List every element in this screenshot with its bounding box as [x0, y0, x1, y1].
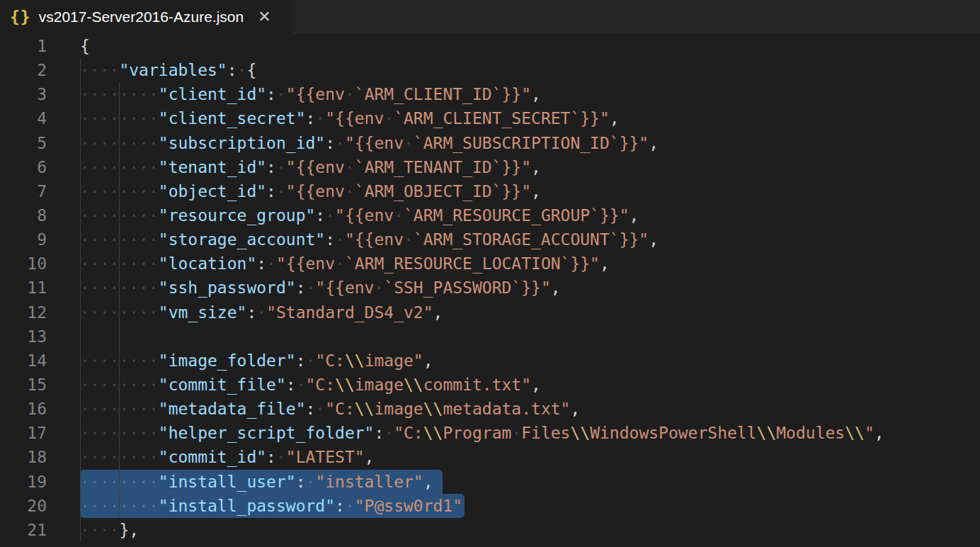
- line-number[interactable]: 14: [0, 349, 47, 373]
- whitespace-dots: ·: [384, 424, 394, 442]
- line-number[interactable]: 12: [0, 300, 47, 325]
- token-pun: :: [296, 473, 306, 491]
- token-str: commit.txt": [423, 376, 531, 394]
- code-line[interactable]: 20········"install_password":·"P@ssw0rd1…: [0, 494, 980, 518]
- code-text: ········"resource_group":·"{{env·`ARM_RE…: [80, 206, 639, 225]
- line-number[interactable]: 13: [0, 325, 47, 349]
- token-pun: :: [227, 61, 237, 79]
- code-line[interactable]: 13: [0, 325, 980, 349]
- whitespace-dots: ········: [80, 400, 159, 418]
- code-line[interactable]: 5········"subscription_id":·"{{env·`ARM_…: [0, 131, 980, 155]
- code-line[interactable]: 1{: [0, 34, 980, 58]
- code-line[interactable]: 17········"helper_script_folder":·"C:\\P…: [0, 421, 980, 445]
- whitespace-dots: ·: [306, 351, 316, 370]
- code-line[interactable]: 16········"metadata_file":·"C:\\image\\m…: [0, 397, 980, 421]
- token-key: "ssh_password": [159, 278, 296, 297]
- code-line[interactable]: 11········"ssh_password":·"{{env·`SSH_PA…: [0, 276, 980, 300]
- line-number[interactable]: 9: [0, 227, 47, 252]
- code-text: ····},: [80, 521, 139, 539]
- whitespace-dots: ·: [276, 182, 286, 201]
- token-pun: ,: [433, 303, 443, 322]
- code-line[interactable]: 14········"image_folder":·"C:\\image",: [0, 349, 980, 373]
- whitespace-dots: ········: [80, 158, 159, 176]
- line-number[interactable]: 16: [0, 397, 47, 421]
- token-pun: :: [325, 230, 335, 249]
- whitespace-dots: ·: [394, 206, 404, 225]
- whitespace-dots: ·: [237, 61, 247, 79]
- line-number[interactable]: 8: [0, 203, 47, 227]
- tab-bar: {} vs2017-Server2016-Azure.json ✕: [0, 0, 980, 34]
- token-str: "{{env: [286, 158, 345, 176]
- token-str: Modules: [776, 424, 845, 442]
- whitespace-dots: ·: [404, 134, 414, 152]
- line-number[interactable]: 5: [0, 131, 47, 155]
- whitespace-dots: ·: [345, 158, 355, 176]
- line-number[interactable]: 20: [0, 494, 47, 518]
- token-key: "client_id": [159, 85, 266, 103]
- token-key: "install_user": [159, 473, 296, 491]
- whitespace-dots: ····: [80, 521, 119, 539]
- token-str: `ARM_RESOURCE_GROUP`}}": [404, 206, 629, 225]
- token-str: image: [374, 400, 423, 418]
- code-line[interactable]: 4········"client_secret":·"{{env·`ARM_CL…: [0, 106, 980, 130]
- token-str: "{{env: [335, 206, 394, 225]
- code-line[interactable]: 8········"resource_group":·"{{env·`ARM_R…: [0, 203, 980, 227]
- token-key: "install_password": [159, 497, 335, 515]
- code-line[interactable]: 10········"location":·"{{env·`ARM_RESOUR…: [0, 252, 980, 276]
- code-line[interactable]: 18········"commit_id":·"LATEST",: [0, 445, 980, 469]
- code-line[interactable]: 21····},: [0, 518, 980, 542]
- token-str: image": [365, 351, 423, 370]
- code-text: ········"client_secret":·"{{env·`ARM_CLI…: [80, 109, 620, 128]
- token-pun: :: [306, 109, 316, 128]
- token-pun: :: [256, 254, 266, 273]
- token-str: "C:: [315, 351, 345, 370]
- whitespace-dots: ········: [80, 254, 159, 273]
- tab-vs2017-server2016-azure-json[interactable]: {} vs2017-Server2016-Azure.json ✕: [0, 0, 292, 34]
- line-number[interactable]: 11: [0, 276, 47, 300]
- token-str: "{{env: [345, 230, 404, 249]
- token-str: "C:: [325, 400, 355, 418]
- token-pun: ,: [649, 230, 659, 249]
- line-number[interactable]: 17: [0, 421, 47, 445]
- code-line[interactable]: 9········"storage_account":·"{{env·`ARM_…: [0, 227, 980, 252]
- code-editor[interactable]: 1{2····"variables":·{3········"client_id…: [0, 34, 980, 542]
- line-number[interactable]: 3: [0, 82, 47, 106]
- line-content: ········"helper_script_folder":·"C:\\Pro…: [80, 421, 980, 445]
- line-number[interactable]: 1: [0, 34, 47, 58]
- code-text: ········"image_folder":·"C:\\image",: [80, 351, 433, 370]
- whitespace-dots: ········: [80, 497, 159, 515]
- whitespace-dots: ·: [335, 254, 345, 273]
- code-line[interactable]: 6········"tenant_id":·"{{env·`ARM_TENANT…: [0, 155, 980, 179]
- line-number[interactable]: 7: [0, 179, 47, 203]
- line-number[interactable]: 18: [0, 445, 47, 469]
- token-pun: ,: [600, 254, 610, 273]
- code-line[interactable]: 19········"install_user":·"installer",: [0, 470, 980, 494]
- code-line[interactable]: 15········"commit_file":·"C:\\image\\com…: [0, 373, 980, 397]
- whitespace-dots: ·: [345, 497, 355, 515]
- code-line[interactable]: 7········"object_id":·"{{env·`ARM_OBJECT…: [0, 179, 980, 203]
- line-content: ········"commit_id":·"LATEST",: [80, 445, 980, 469]
- line-number[interactable]: 10: [0, 252, 47, 276]
- line-number[interactable]: 15: [0, 373, 47, 397]
- line-content: ········"commit_file":·"C:\\image\\commi…: [80, 373, 980, 397]
- json-braces-icon: {}: [10, 8, 31, 26]
- whitespace-dots: ········: [80, 206, 159, 225]
- whitespace-dots: ········: [80, 473, 159, 491]
- token-pun: ,: [649, 134, 659, 152]
- whitespace-dots: ·: [315, 109, 325, 128]
- line-number[interactable]: 19: [0, 470, 47, 494]
- code-line[interactable]: 2····"variables":·{: [0, 58, 980, 82]
- code-line[interactable]: 12········"vm_size":·"Standard_DS4_v2",: [0, 300, 980, 325]
- whitespace-dots: ·: [315, 400, 325, 418]
- line-number[interactable]: 2: [0, 58, 47, 82]
- line-number[interactable]: 4: [0, 106, 47, 130]
- token-str: "{{env: [276, 254, 335, 273]
- code-text: {: [80, 37, 90, 55]
- whitespace-dots: ·: [276, 158, 286, 176]
- code-line[interactable]: 3········"client_id":·"{{env·`ARM_CLIENT…: [0, 82, 980, 106]
- line-number[interactable]: 6: [0, 155, 47, 179]
- token-pun: ,: [531, 182, 541, 201]
- line-number[interactable]: 21: [0, 518, 47, 542]
- close-icon[interactable]: ✕: [258, 9, 270, 25]
- token-str: `ARM_OBJECT_ID`}}": [355, 182, 531, 201]
